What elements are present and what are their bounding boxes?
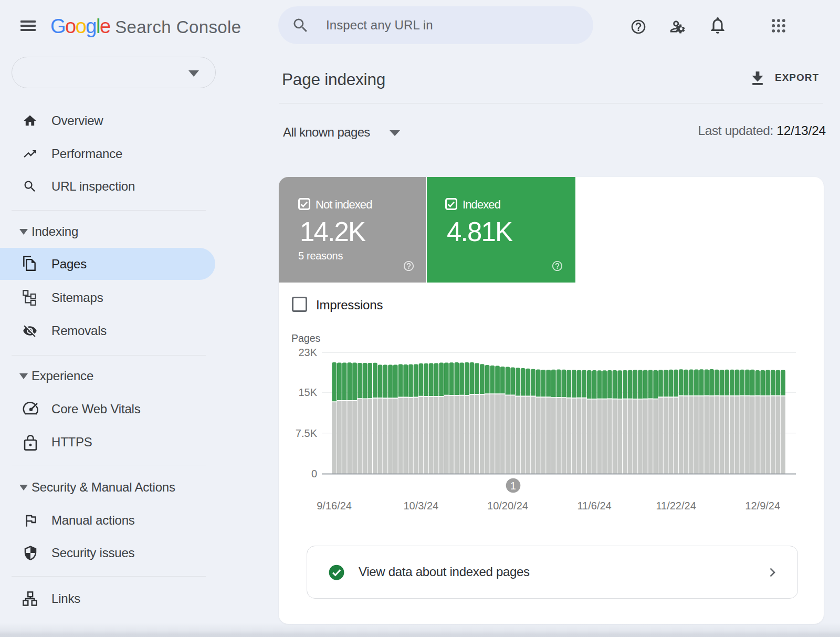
svg-text:10/3/24: 10/3/24 bbox=[403, 500, 438, 511]
svg-text:10/20/24: 10/20/24 bbox=[487, 500, 528, 511]
svg-text:Pages: Pages bbox=[291, 332, 321, 344]
svg-text:7.5K: 7.5K bbox=[296, 427, 318, 439]
svg-text:0: 0 bbox=[311, 468, 317, 479]
svg-text:11/6/24: 11/6/24 bbox=[577, 500, 611, 511]
svg-text:9/16/24: 9/16/24 bbox=[317, 500, 352, 511]
svg-text:15K: 15K bbox=[298, 387, 317, 398]
svg-text:11/22/24: 11/22/24 bbox=[656, 500, 696, 511]
svg-text:12/9/24: 12/9/24 bbox=[745, 500, 780, 511]
svg-text:1: 1 bbox=[510, 480, 516, 492]
svg-text:23K: 23K bbox=[298, 347, 317, 358]
